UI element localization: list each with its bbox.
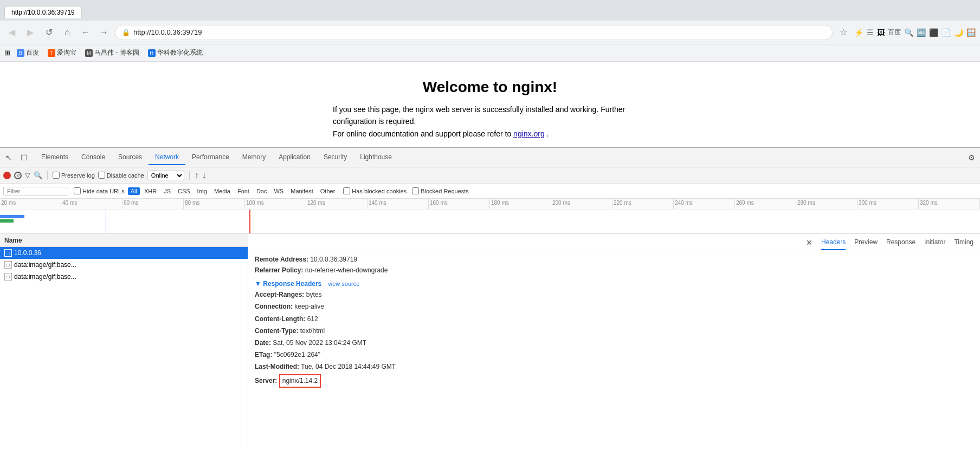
home-button[interactable]: ⌂ (60, 25, 75, 40)
filter-doc[interactable]: Doc (254, 187, 270, 195)
dark-mode-icon[interactable]: 🌙 (954, 28, 963, 37)
headers-tab-initiator[interactable]: Initiator (924, 235, 945, 250)
header-key-4: Date: (255, 339, 271, 347)
headers-content: Remote Address: 10.0.0.36:39719 Referrer… (248, 251, 980, 450)
tab-application[interactable]: Application (272, 150, 317, 165)
sidebar-toggle-icon[interactable]: ⊞ (4, 49, 10, 57)
timeline-ruler: 20 ms 40 ms 60 ms 80 ms 100 ms 120 ms 14… (0, 199, 980, 210)
filter-js[interactable]: JS (161, 187, 173, 195)
star-button[interactable]: ☆ (836, 25, 851, 40)
translate-icon[interactable]: 🔤 (917, 28, 926, 37)
blocked-requests-checkbox[interactable] (412, 187, 419, 194)
browser-tab[interactable]: http://10.0.0.36:39719 (4, 6, 82, 18)
nav-bar: ◀ ▶ ↺ ⌂ ← → 🔒 http://10.0.0.36:39719 ☆ ⚡… (0, 21, 980, 44)
tick-13: 260 ms (735, 199, 796, 209)
pdf-icon[interactable]: 📄 (942, 28, 951, 37)
hide-data-urls-checkbox[interactable] (74, 187, 81, 194)
headers-tab-preview[interactable]: Preview (854, 235, 878, 250)
thunder-icon[interactable]: ⚡ (854, 28, 863, 37)
view-source-link[interactable]: view source (328, 281, 359, 287)
disable-cache-checkbox[interactable] (98, 172, 105, 179)
refresh-button[interactable]: ↺ (41, 25, 56, 40)
tab-console[interactable]: Console (75, 150, 112, 165)
search-icon[interactable]: 🔍 (34, 171, 42, 179)
tab-security[interactable]: Security (317, 150, 353, 165)
throttle-select[interactable]: Online Fast 3G Slow 3G Offline (147, 171, 184, 180)
hide-data-urls-label[interactable]: Hide data URLs (74, 187, 125, 194)
filter-icon[interactable]: ▽ (25, 171, 30, 179)
header-key-1: Connection: (255, 303, 293, 310)
headers-section: ✕ Headers Preview Response Initiator Tim… (248, 234, 980, 450)
settings-icon[interactable]: ⚙ (965, 151, 978, 164)
record-button[interactable] (3, 172, 11, 179)
tab-sources[interactable]: Sources (112, 150, 149, 165)
tab-lighthouse[interactable]: Lighthouse (353, 150, 398, 165)
preserve-log-checkbox[interactable] (53, 172, 60, 179)
upload-icon[interactable]: ↑ (195, 171, 199, 180)
tick-8: 160 ms (429, 199, 490, 209)
tab-memory[interactable]: Memory (236, 150, 272, 165)
prev-page-button[interactable]: ← (78, 25, 93, 40)
tick-4: 80 ms (184, 199, 245, 209)
header-val-2: 612 (307, 315, 318, 323)
file-icon-2: □ (4, 261, 12, 269)
tab-performance[interactable]: Performance (185, 150, 236, 165)
response-headers-title[interactable]: ▼ Response Headers view source (255, 280, 973, 288)
tick-9: 180 ms (490, 199, 551, 209)
disable-cache-label[interactable]: Disable cache (98, 172, 144, 179)
page-desc-2: For online documentation and support ple… (333, 128, 647, 140)
bookmark-taobao[interactable]: T 爱淘宝 (46, 47, 79, 58)
extension-menu-icon[interactable]: ☰ (867, 28, 874, 37)
filter-manifest[interactable]: Manifest (288, 187, 316, 195)
baidu-label[interactable]: 百度 (888, 28, 901, 37)
filter-font[interactable]: Font (235, 187, 252, 195)
separator2 (189, 171, 190, 180)
headers-tab-timing[interactable]: Timing (954, 235, 973, 250)
address-bar[interactable]: 🔒 http://10.0.0.36:39719 (115, 25, 833, 40)
nginx-link[interactable]: nginx.org (513, 129, 545, 138)
tick-1: 20 ms (0, 199, 61, 209)
file-item-2[interactable]: □ data:image/gif;base... (0, 259, 248, 271)
filter-all[interactable]: All (128, 187, 140, 195)
page-content: Welcome to nginx! If you see this page, … (0, 62, 980, 147)
header-val-5: "5c0692e1-264" (274, 351, 320, 358)
device-icon[interactable]: ☐ (17, 151, 30, 164)
filter-css[interactable]: CSS (175, 187, 193, 195)
referrer-policy-key: Referrer Policy: (255, 266, 303, 274)
filter-media[interactable]: Media (211, 187, 233, 195)
filter-img[interactable]: Img (195, 187, 210, 195)
window-icon[interactable]: 🪟 (966, 28, 976, 37)
apps-grid-icon[interactable]: ⬛ (929, 28, 938, 37)
preserve-log-label[interactable]: Preserve log (53, 172, 95, 179)
blocked-requests-label[interactable]: Blocked Requests (412, 187, 469, 194)
file-item-1[interactable]: □ 10.0.0.36 (0, 247, 248, 259)
bookmark-huake[interactable]: H 华科数字化系统 (146, 47, 205, 58)
tab-network[interactable]: Network (149, 150, 185, 165)
search-button[interactable]: 🔍 (904, 28, 913, 37)
filter-xhr[interactable]: XHR (141, 187, 159, 195)
back-button[interactable]: ◀ (4, 25, 20, 40)
filter-ws[interactable]: WS (271, 187, 286, 195)
forward-button[interactable]: ▶ (23, 25, 38, 40)
timeline-vline-red (249, 210, 250, 234)
bookmark-blog[interactable]: M 马昌伟 - 博客园 (83, 47, 141, 58)
image-search-icon[interactable]: 🖼 (877, 28, 885, 37)
headers-tab-response[interactable]: Response (886, 235, 915, 250)
file-item-3[interactable]: □ data:image/gif;base... (0, 271, 248, 283)
stop-button[interactable]: ⊘ (14, 172, 22, 179)
cursor-icon[interactable]: ↖ (2, 151, 15, 164)
tab-elements[interactable]: Elements (35, 150, 75, 165)
filter-type-bar: All XHR JS CSS Img Media Font Doc WS Man… (128, 187, 338, 195)
download-icon[interactable]: ↓ (202, 171, 207, 180)
filter-input[interactable] (3, 187, 68, 195)
has-blocked-cookies-label[interactable]: Has blocked cookies (343, 187, 407, 194)
tick-14: 280 ms (796, 199, 858, 209)
close-panel-button[interactable]: ✕ (806, 238, 813, 247)
next-page-button[interactable]: → (96, 25, 112, 40)
header-key-0: Accept-Ranges: (255, 291, 304, 298)
filter-other[interactable]: Other (318, 187, 338, 195)
header-last-modified: Last-Modified: Tue, 04 Dec 2018 14:44:49… (255, 362, 973, 372)
bookmark-baidu[interactable]: B 百度 (15, 47, 41, 58)
headers-tab-headers[interactable]: Headers (821, 235, 846, 250)
has-blocked-cookies-checkbox[interactable] (343, 187, 350, 194)
